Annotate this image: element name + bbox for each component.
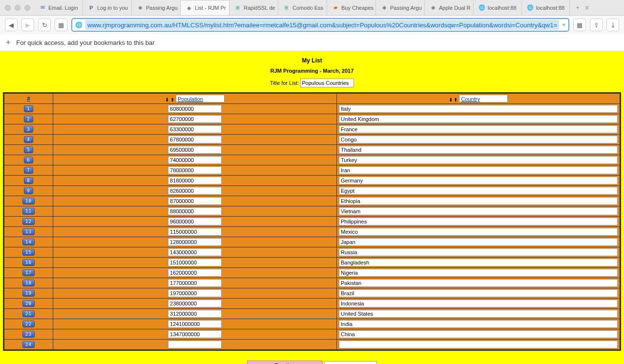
extension-button[interactable]: ▦ bbox=[573, 19, 586, 31]
tab-menu-button[interactable]: ≡ bbox=[585, 4, 588, 11]
email-input[interactable] bbox=[324, 361, 377, 364]
country-input[interactable] bbox=[339, 320, 618, 328]
population-input[interactable] bbox=[168, 166, 222, 174]
population-input[interactable] bbox=[168, 218, 222, 225]
speed-dial-button[interactable]: ▦ bbox=[55, 19, 67, 31]
country-input[interactable] bbox=[339, 310, 618, 318]
country-cell bbox=[337, 217, 621, 227]
reload-button[interactable]: ↻ bbox=[38, 19, 51, 31]
back-button[interactable]: ◀ bbox=[5, 19, 18, 31]
share-button[interactable]: ⇪ bbox=[590, 19, 603, 31]
population-cell bbox=[53, 145, 337, 155]
row-number-cell: 15 bbox=[4, 247, 53, 258]
tab[interactable]: PLog in to you bbox=[83, 0, 132, 15]
tab[interactable]: ⛨Comodo Ess bbox=[278, 0, 327, 15]
country-input[interactable] bbox=[339, 207, 618, 215]
downloads-button[interactable]: ⤓ bbox=[606, 19, 619, 31]
country-input[interactable] bbox=[339, 136, 618, 143]
population-input[interactable] bbox=[168, 207, 222, 215]
population-input[interactable] bbox=[168, 330, 222, 338]
population-input[interactable] bbox=[168, 156, 222, 164]
country-input[interactable] bbox=[339, 279, 618, 287]
tab[interactable]: 🌐localhost:88 bbox=[474, 0, 522, 15]
country-input[interactable] bbox=[339, 197, 618, 205]
country-input[interactable] bbox=[339, 105, 618, 113]
tab[interactable]: ◆Passing Argu bbox=[376, 0, 425, 15]
population-input[interactable] bbox=[168, 115, 222, 123]
population-input[interactable] bbox=[168, 146, 222, 154]
population-input[interactable] bbox=[168, 300, 222, 307]
row-number-badge: 9 bbox=[24, 187, 33, 194]
population-cell bbox=[53, 227, 337, 237]
header-country-label[interactable]: Country bbox=[459, 95, 508, 102]
sort-icon[interactable]: ⬇ ⬆ bbox=[449, 97, 458, 102]
bookmarks-hint: For quick access, add your bookmarks to … bbox=[16, 39, 154, 46]
row-number-badge: 1 bbox=[24, 105, 33, 112]
forward-button[interactable]: ▶ bbox=[21, 19, 34, 31]
population-input[interactable] bbox=[168, 269, 222, 277]
population-input[interactable] bbox=[168, 125, 222, 133]
country-input[interactable] bbox=[339, 289, 618, 297]
population-input[interactable] bbox=[168, 238, 222, 246]
tab[interactable]: ◆Apple Dual R bbox=[425, 0, 474, 15]
data-table: # ⬇ ⬆ Population ⬇ ⬆ Country 12345678910… bbox=[3, 92, 621, 351]
tab[interactable]: ✉Email. Login bbox=[34, 0, 83, 15]
row-number-cell: 17 bbox=[4, 268, 53, 278]
close-icon[interactable] bbox=[5, 5, 11, 11]
country-input[interactable] bbox=[339, 228, 618, 236]
country-input[interactable] bbox=[339, 300, 618, 307]
population-input[interactable] bbox=[168, 105, 222, 113]
population-input[interactable] bbox=[168, 197, 222, 205]
maximize-icon[interactable] bbox=[24, 5, 30, 11]
population-input[interactable] bbox=[168, 187, 222, 195]
country-input[interactable] bbox=[339, 269, 618, 277]
population-input[interactable] bbox=[168, 310, 222, 318]
population-input[interactable] bbox=[168, 136, 222, 143]
country-input[interactable] bbox=[339, 341, 618, 348]
header-population-label[interactable]: Population bbox=[176, 95, 225, 102]
country-input[interactable] bbox=[339, 166, 618, 174]
tab-label: List - RJM Pr bbox=[195, 5, 226, 11]
tab[interactable]: ◆List - RJM Pr bbox=[181, 0, 229, 15]
population-input[interactable] bbox=[168, 279, 222, 287]
sort-icon[interactable]: ⬇ ⬆ bbox=[165, 97, 174, 102]
url-bar[interactable]: 🌐 ♥ bbox=[71, 18, 569, 32]
minimize-icon[interactable] bbox=[15, 5, 21, 11]
url-input[interactable] bbox=[85, 20, 559, 30]
tab[interactable]: 🌐localhost:88 bbox=[522, 0, 570, 15]
country-input[interactable] bbox=[339, 238, 618, 246]
page-subtitle: RJM Programming - March, 2017 bbox=[3, 66, 621, 79]
population-input[interactable] bbox=[168, 320, 222, 328]
population-cell bbox=[53, 217, 337, 227]
population-input[interactable] bbox=[168, 289, 222, 297]
row-number-badge: 15 bbox=[22, 249, 35, 256]
country-input[interactable] bbox=[339, 218, 618, 225]
population-input[interactable] bbox=[168, 177, 222, 184]
country-input[interactable] bbox=[339, 187, 618, 195]
email-button[interactable]: Email to bbox=[247, 361, 323, 364]
country-input[interactable] bbox=[339, 146, 618, 154]
tab[interactable]: ◆Passing Argu bbox=[132, 0, 181, 15]
header-number[interactable]: # bbox=[4, 93, 53, 104]
population-cell bbox=[53, 135, 337, 145]
country-input[interactable] bbox=[339, 259, 618, 266]
population-input[interactable] bbox=[168, 341, 222, 348]
tab[interactable]: ⛨RapidSSL de bbox=[229, 0, 278, 15]
population-input[interactable] bbox=[168, 228, 222, 236]
country-input[interactable] bbox=[339, 330, 618, 338]
new-tab-button[interactable]: + bbox=[576, 4, 579, 11]
country-input[interactable] bbox=[339, 156, 618, 164]
country-input[interactable] bbox=[339, 248, 618, 256]
header-population[interactable]: ⬇ ⬆ Population bbox=[53, 93, 337, 104]
country-input[interactable] bbox=[339, 115, 618, 123]
population-input[interactable] bbox=[168, 259, 222, 266]
country-input[interactable] bbox=[339, 125, 618, 133]
header-country[interactable]: ⬇ ⬆ Country bbox=[337, 93, 621, 104]
population-input[interactable] bbox=[168, 248, 222, 256]
list-title-input[interactable] bbox=[300, 79, 354, 87]
add-bookmark-button[interactable]: + bbox=[6, 38, 10, 47]
bookmark-heart-icon[interactable]: ♥ bbox=[562, 21, 565, 28]
tab[interactable]: ▰Buy Cheapes bbox=[327, 0, 376, 15]
country-input[interactable] bbox=[339, 177, 618, 184]
population-cell bbox=[53, 124, 337, 135]
